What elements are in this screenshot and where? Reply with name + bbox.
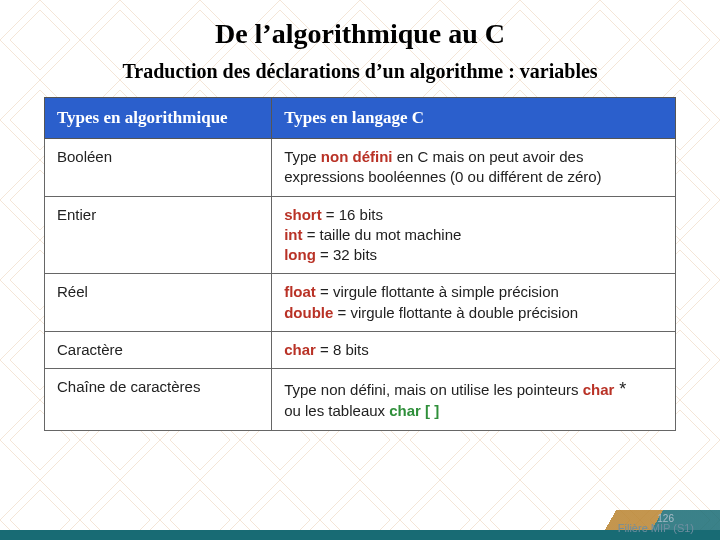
keyword-char: char [284, 341, 316, 358]
cell-algo-real: Réel [45, 274, 272, 332]
text: = virgule flottante à double précision [333, 304, 578, 321]
page-subtitle: Traduction des déclarations d’un algorit… [0, 60, 720, 83]
keyword-chararray: char [ ] [389, 402, 439, 419]
cell-algo-char: Caractère [45, 331, 272, 368]
keyword-int: int [284, 226, 302, 243]
keyword-short: short [284, 206, 322, 223]
star: * [614, 379, 626, 399]
keyword-undefined: non défini [321, 148, 393, 165]
table-row: Réel float = virgule flottante à simple … [45, 274, 676, 332]
cell-algo-bool: Booléen [45, 139, 272, 197]
keyword-double: double [284, 304, 333, 321]
types-table: Types en algorithmique Types en langage … [44, 97, 676, 431]
keyword-long: long [284, 246, 316, 263]
keyword-float: float [284, 283, 316, 300]
cell-algo-string: Chaîne de caractères [45, 369, 272, 431]
text: Type [284, 148, 321, 165]
table-row: Entier short = 16 bits int = taille du m… [45, 196, 676, 274]
table-row: Chaîne de caractères Type non défini, ma… [45, 369, 676, 431]
text: = 8 bits [316, 341, 369, 358]
cell-c-string: Type non défini, mais on utilise les poi… [272, 369, 676, 431]
text: = 32 bits [316, 246, 377, 263]
cell-c-int: short = 16 bits int = taille du mot mach… [272, 196, 676, 274]
text: = virgule flottante à simple précision [316, 283, 559, 300]
table-row: Caractère char = 8 bits [45, 331, 676, 368]
keyword-charptr: char [583, 381, 615, 398]
header-algo: Types en algorithmique [45, 98, 272, 139]
cell-algo-int: Entier [45, 196, 272, 274]
text: = 16 bits [322, 206, 383, 223]
header-c: Types en langage C [272, 98, 676, 139]
footer-caption: Filière MIP (S1) [618, 522, 694, 534]
cell-c-bool: Type non défini en C mais on peut avoir … [272, 139, 676, 197]
cell-c-char: char = 8 bits [272, 331, 676, 368]
page-title: De l’algorithmique au C [0, 18, 720, 50]
footer-bar [0, 530, 720, 540]
text: Type non défini, mais on utilise les poi… [284, 381, 583, 398]
text: ou les tableaux [284, 402, 389, 419]
cell-c-real: float = virgule flottante à simple préci… [272, 274, 676, 332]
table-row: Booléen Type non défini en C mais on peu… [45, 139, 676, 197]
text: = taille du mot machine [302, 226, 461, 243]
